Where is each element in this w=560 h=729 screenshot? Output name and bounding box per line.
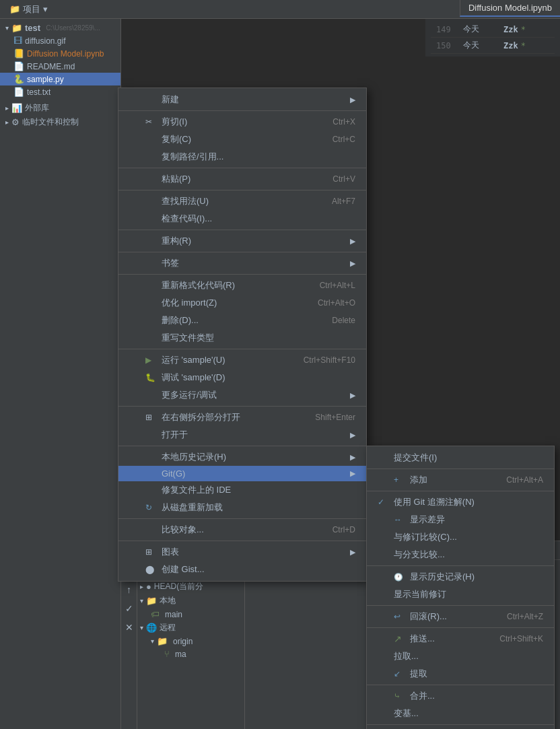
branch-name: ma: [175, 650, 186, 659]
git-pull[interactable]: 拉取...: [367, 648, 554, 665]
nav-down-button[interactable]: ↑: [121, 582, 137, 598]
file-diffusion-model[interactable]: 📒 Diffusion Model.ipynb: [0, 47, 120, 60]
menu-item-reload[interactable]: ↻ 从磁盘重新加载: [118, 499, 366, 516]
menu-item-compare[interactable]: 比较对象... Ctrl+D: [118, 521, 366, 539]
file-diffusion-gif[interactable]: 🎞 diffusion.gif: [0, 34, 120, 47]
menu-item-reformat[interactable]: 重新格式化代码(R) Ctrl+Alt+L: [118, 277, 366, 294]
menu-label: 书签: [162, 257, 342, 269]
git-annotate[interactable]: ✓ 使用 Git 追溯注解(N): [367, 493, 554, 511]
menu-item-optimize[interactable]: 优化 import(Z) Ctrl+Alt+O: [118, 294, 366, 312]
file-sample-py[interactable]: 🐍 sample.py: [0, 73, 120, 85]
file-icon: 🎞: [13, 36, 22, 46]
temp-files[interactable]: ▸ ⚙ 临时文件和控制: [0, 115, 120, 129]
menu-item-new[interactable]: 新建 ▶: [118, 91, 366, 108]
git-rebase[interactable]: 变基...: [367, 705, 554, 722]
menu-item-find[interactable]: 查找用法(U) Alt+F7: [118, 193, 366, 210]
expand-icon: ▸: [140, 583, 143, 590]
branch-local[interactable]: ▾ 📁 本地: [137, 594, 244, 608]
menu-item-git[interactable]: Git(G) ▶ 提交文件(I) + 添加 Ctrl+Alt+A ✓ 使用 Gi…: [118, 466, 366, 481]
branch-origin[interactable]: ▾ 📁 origin: [137, 635, 244, 648]
git-show-current[interactable]: 显示当前修订: [367, 586, 554, 603]
file-test-txt[interactable]: 📄 test.txt: [0, 85, 120, 98]
menu-item-local-history[interactable]: 本地历史记录(H) ▶: [118, 448, 366, 466]
menu-item-open-in[interactable]: 打开于 ▶: [118, 426, 366, 444]
menu-item-rewrite-type[interactable]: 重写文件类型: [118, 329, 366, 347]
debug-icon: 🐛: [145, 373, 156, 382]
menu-label: 显示当前修订: [394, 588, 543, 600]
menu-item-refactor[interactable]: 重构(R) ▶: [118, 232, 366, 250]
expand-icon: ▾: [140, 624, 143, 631]
file-name: Diffusion Model.ipynb: [27, 49, 104, 59]
close-branch-button[interactable]: ✕: [121, 619, 137, 635]
file-readme[interactable]: 📄 README.md: [0, 60, 120, 73]
submenu-arrow: ▶: [350, 469, 355, 478]
menu-label: 修复文件上的 IDE: [162, 484, 355, 496]
rollback-icon: ↩: [394, 612, 405, 621]
push-icon: ↗: [394, 633, 405, 644]
menu-label: 回滚(R)...: [410, 611, 501, 623]
action-button[interactable]: ✓: [121, 600, 137, 617]
menu-item-more-run[interactable]: 更多运行/调试 ▶: [118, 386, 366, 404]
menu-item-bookmark[interactable]: 书签 ▶: [118, 254, 366, 272]
file-tree-panel: ▾ 📁 test C:\Users\28259\... 🎞 diffusion.…: [0, 19, 121, 729]
menu-label: 显示历史记录(H): [410, 571, 543, 583]
context-menu: 新建 ▶ ✂ 剪切(I) Ctrl+X 复制(C) Ctrl+C 复制路径/引用…: [118, 88, 367, 582]
menu-item-cut[interactable]: ✂ 剪切(I) Ctrl+X: [118, 113, 366, 131]
git-add[interactable]: + 添加 Ctrl+Alt+A: [367, 471, 554, 489]
branch-head[interactable]: ▸ ● HEAD(当前分: [137, 580, 244, 594]
separator: [118, 518, 366, 519]
git-show-history[interactable]: 🕐 显示历史记录(H): [367, 568, 554, 586]
git-commit-file[interactable]: 提交文件(I): [367, 449, 554, 466]
external-libs[interactable]: ▸ 📊 外部库: [0, 101, 120, 115]
file-tab-label: Diffusion Model.ipynb: [468, 3, 552, 13]
history-icon: 🕐: [394, 573, 405, 582]
menu-label: 调试 'sample'(D): [162, 372, 355, 384]
file-tab[interactable]: Diffusion Model.ipynb: [460, 0, 560, 17]
branch-main[interactable]: 🏷 main: [137, 608, 244, 621]
separator: [367, 468, 554, 469]
menu-item-fix-ide[interactable]: 修复文件上的 IDE: [118, 481, 366, 499]
menu-label: 复制路径/引用...: [162, 151, 355, 163]
project-path: C:\Users\28259\...: [46, 24, 100, 32]
project-root[interactable]: ▾ 📁 test C:\Users\28259\...: [0, 22, 120, 34]
menu-item-paste[interactable]: 粘贴(P) Ctrl+V: [118, 170, 366, 188]
menu-item-chart[interactable]: ⊞ 图表 ▶: [118, 543, 366, 561]
menu-item-run[interactable]: ▶ 运行 'sample'(U) Ctrl+Shift+F10: [118, 351, 366, 369]
menu-item-delete[interactable]: 删除(D)... Delete: [118, 312, 366, 329]
git-log-entry-150: 150 今天 Zzk *: [431, 38, 555, 54]
separator: [367, 627, 554, 628]
menu-item-inspect[interactable]: 检查代码(I)...: [118, 210, 366, 228]
file-name: test.txt: [27, 88, 50, 97]
line-number: 149: [436, 25, 463, 34]
menu-label: 更多运行/调试: [162, 389, 342, 401]
menu-item-copy[interactable]: 复制(C) Ctrl+C: [118, 131, 366, 148]
head-icon: ●: [146, 582, 151, 592]
top-bar: 📁 项目 ▾ ⊕ ⇅ ✕ ⚙ — Diffusion Model.ipynb: [0, 0, 560, 19]
menu-label: 合并...: [410, 690, 543, 702]
menu-label: Git(G): [162, 468, 342, 479]
menu-item-open-split[interactable]: ⊞ 在右侧拆分部分打开 Shift+Enter: [118, 409, 366, 426]
separator: [118, 252, 366, 252]
shortcut: Shift+Enter: [315, 413, 355, 422]
git-show-diff[interactable]: ↔ 显示差异: [367, 511, 554, 528]
submenu-arrow: ▶: [350, 453, 355, 462]
git-log-entry-149: 149 今天 Zzk *: [431, 22, 555, 38]
branch-remote[interactable]: ▾ 🌐 远程: [137, 621, 244, 635]
git-rollback[interactable]: ↩ 回滚(R)... Ctrl+Alt+Z: [367, 608, 554, 625]
git-fetch[interactable]: ↙ 提取: [367, 665, 554, 683]
check-icon: ✓: [378, 497, 388, 507]
git-compare-rev[interactable]: 与修订比较(C)...: [367, 528, 554, 546]
separator: [367, 724, 554, 725]
project-menu[interactable]: 📁 项目 ▾: [5, 2, 52, 17]
menu-label: 拉取...: [394, 650, 543, 662]
menu-item-copy-path[interactable]: 复制路径/引用...: [118, 148, 366, 166]
branch-ma[interactable]: ⑂ ma: [137, 648, 244, 660]
git-compare-branch[interactable]: 与分支比较...: [367, 546, 554, 563]
git-merge[interactable]: ⤷ 合并...: [367, 687, 554, 705]
commit-marker: *: [521, 41, 526, 50]
menu-item-gist[interactable]: ⬤ 创建 Gist...: [118, 561, 366, 578]
separator: [118, 274, 366, 275]
menu-item-debug[interactable]: 🐛 调试 'sample'(D): [118, 369, 366, 386]
git-push[interactable]: ↗ 推送... Ctrl+Shift+K: [367, 630, 554, 648]
git-submenu: 提交文件(I) + 添加 Ctrl+Alt+A ✓ 使用 Git 追溯注解(N)…: [366, 446, 555, 729]
